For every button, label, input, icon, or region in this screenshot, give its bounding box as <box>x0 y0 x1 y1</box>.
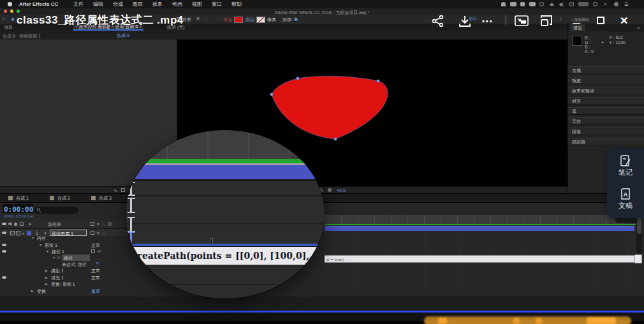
close-icon[interactable]: ✕ <box>620 15 628 27</box>
fill-label[interactable]: 填充: <box>223 17 233 22</box>
svg-text:A: A <box>624 191 628 198</box>
maximize-icon[interactable] <box>597 17 604 24</box>
tree-row-path-property[interactable]: ▼ ◷ 路径 <box>0 254 128 261</box>
path-revert-icon[interactable]: ↶ <box>98 249 101 254</box>
fx-column-icon[interactable]: ✶ <box>96 222 100 226</box>
menu-composition[interactable]: 合成 <box>113 0 123 8</box>
selection-tool-icon[interactable]: ▲ <box>10 17 15 22</box>
panel-divider-icon[interactable]: ≒ <box>113 188 117 193</box>
snap-label: 对齐 <box>182 17 191 22</box>
parent-column-icon[interactable]: ⟍ <box>102 222 105 226</box>
tree-row-contents[interactable]: ▼内容 <box>0 235 128 241</box>
panel-header-preview[interactable]: 预览 <box>567 77 644 84</box>
source-name-column[interactable]: 源名称 <box>48 222 61 226</box>
tree-row-shape1[interactable]: ▼形状 1 正常 <box>0 242 128 248</box>
panel-header-tracker[interactable]: 跟踪器 <box>567 138 644 145</box>
exposure-value[interactable]: +0.0 <box>337 188 346 193</box>
notes-button[interactable]: 笔记 <box>607 154 644 183</box>
input-source-icon[interactable] <box>569 2 574 6</box>
panel-mini-icon[interactable] <box>121 188 125 192</box>
keyboard-icon[interactable] <box>529 2 536 6</box>
timeline-tab-comp2[interactable]: 合成 2 <box>57 196 70 200</box>
tree-row-transform[interactable]: ▶变换 重置 <box>0 288 128 294</box>
menu-view[interactable]: 视图 <box>192 0 202 8</box>
timeline-tab-comp1[interactable]: 合成 1 <box>16 196 29 200</box>
stroke-color-swatch[interactable] <box>256 17 265 23</box>
panel-header-effects-presets[interactable]: 效果和预设 <box>567 87 644 94</box>
timeline-search-field[interactable] <box>34 207 78 214</box>
time-machine-icon[interactable] <box>539 2 544 6</box>
panel-header-character[interactable]: 字符 <box>567 117 644 125</box>
resolution-icon[interactable] <box>328 188 332 192</box>
fill-color-swatch[interactable] <box>234 17 243 23</box>
path-option-icon[interactable] <box>91 249 95 253</box>
snap-options-icon[interactable]: ✕ <box>196 17 200 22</box>
apple-icon[interactable] <box>8 2 12 6</box>
picture-in-picture-icon[interactable] <box>514 14 531 28</box>
expression-bar-end-cap[interactable] <box>634 254 642 263</box>
visibility-icon[interactable] <box>2 244 6 246</box>
timeline-scrollbar-track[interactable] <box>636 215 642 253</box>
tree-row-path1[interactable]: ▼路径 1 ↶ <box>0 248 128 254</box>
menu-app-name[interactable]: After Effects CC <box>19 0 58 8</box>
note-icon <box>618 154 633 168</box>
panel-menu-icon[interactable]: ≡ <box>637 26 640 30</box>
info-b: B : <box>585 45 590 49</box>
tree-row-fill1[interactable]: ▶填充 1 正常 <box>0 274 128 281</box>
minimize-icon[interactable]: — <box>573 18 580 27</box>
switches-column-icon[interactable] <box>91 222 94 226</box>
visibility-icon[interactable] <box>2 250 6 253</box>
panel-header-align[interactable]: 对齐 <box>567 97 644 105</box>
menu-animation[interactable]: 动画 <box>172 0 182 8</box>
tree-row-transform-shape1[interactable]: ▶变换: 形状 1 <box>0 281 128 287</box>
timeline-scrollbar-thumb[interactable] <box>637 216 641 234</box>
battery-icon[interactable] <box>520 2 525 6</box>
stroke-label[interactable]: 描边: <box>245 17 256 22</box>
layer-visibility-icon[interactable] <box>2 232 6 234</box>
label-column-icon[interactable]: ✦ <box>28 222 32 226</box>
menu-window[interactable]: 窗口 <box>212 0 222 8</box>
magnified-expression-field[interactable]: createPath(points = [[0,0], [100,0], [10… <box>126 246 325 265</box>
reset-link[interactable]: 重置 <box>91 288 100 295</box>
share-icon[interactable] <box>431 14 445 28</box>
menu-help[interactable]: 帮助 <box>231 0 242 8</box>
menu-file[interactable]: 文件 <box>73 0 84 8</box>
lock-column-icon[interactable] <box>20 222 24 226</box>
timeline-tab-comp3[interactable]: 合成 3 <box>99 196 112 200</box>
menu-effect[interactable]: 效果 <box>152 0 163 8</box>
menu-edit[interactable]: 编辑 <box>93 0 103 8</box>
tab-project[interactable]: 项目 <box>4 24 13 31</box>
download-icon[interactable] <box>458 14 472 28</box>
eject-icon[interactable]: ⏏ <box>550 2 554 6</box>
menu-layer[interactable]: 图层 <box>133 0 143 8</box>
notification-center-icon[interactable]: ☰ <box>624 2 628 6</box>
motion-blur-column-icon[interactable] <box>108 222 112 226</box>
expression-enabled-icon[interactable]: ☰ <box>96 261 99 266</box>
time-ruler[interactable] <box>325 215 636 225</box>
solo-column-icon[interactable] <box>14 223 17 226</box>
docs-button[interactable]: A 文稿 <box>607 187 644 216</box>
home-tool-icon[interactable]: ⌂ <box>2 17 5 22</box>
workspace-overflow-icon[interactable]: 》 <box>559 17 564 21</box>
volume-icon[interactable]: ◀) <box>559 2 564 6</box>
clock-icon[interactable] <box>593 2 597 6</box>
panel-header-libraries[interactable]: 库 <box>567 107 644 115</box>
search-icon[interactable]: ⌕ <box>604 1 607 7</box>
tree-row-expression-path[interactable]: 表达式: 路径 ☰ <box>0 261 128 267</box>
siri-icon[interactable] <box>614 2 618 6</box>
add-options-icon[interactable]: ◉ <box>294 17 298 21</box>
expression-field-bar[interactable]: d = true) <box>325 255 634 263</box>
display-icon[interactable] <box>510 2 516 6</box>
panel-header-paragraph[interactable]: 段落 <box>567 128 644 135</box>
video-column-icon[interactable] <box>2 223 6 225</box>
wifi-icon[interactable] <box>501 2 506 6</box>
tree-row-stroke1[interactable]: ▶描边 1 正常 <box>0 267 128 274</box>
audio-column-icon[interactable] <box>8 222 11 226</box>
effect-controls-breadcrumb: 合成 6 · 形状图层 1 <box>3 33 41 40</box>
visibility-icon[interactable] <box>2 276 6 279</box>
more-options-icon[interactable]: ••• <box>482 17 494 25</box>
stopwatch-icon[interactable]: ◷ <box>57 255 60 259</box>
mini-player-icon[interactable] <box>539 14 554 28</box>
panel-header-audio[interactable]: 音频 <box>567 66 644 74</box>
grid-options-icon[interactable]: :: <box>204 17 208 22</box>
